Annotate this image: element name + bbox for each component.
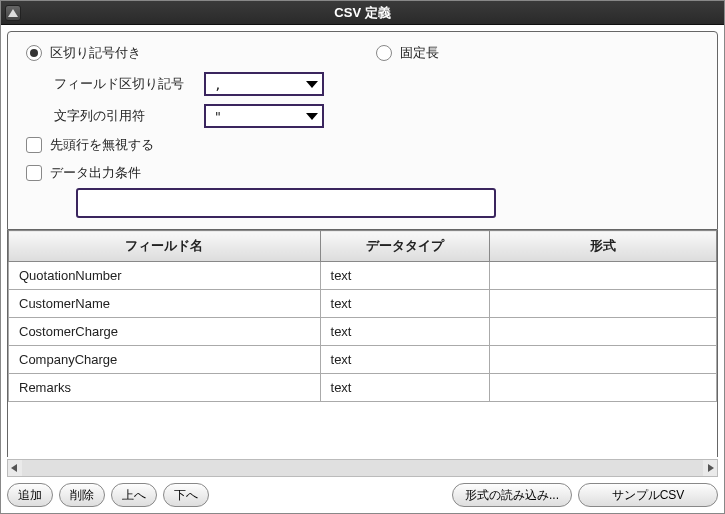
col-datatype[interactable]: データタイプ [320, 231, 490, 262]
scroll-track[interactable] [22, 460, 703, 476]
collapse-button[interactable] [5, 5, 21, 21]
fields-table: フィールド名 データタイプ 形式 QuotationNumbertextCust… [8, 230, 717, 402]
table-row[interactable]: Remarkstext [9, 374, 717, 402]
cell-name[interactable]: CostomerCharge [9, 318, 321, 346]
bottom-toolbar: 追加 削除 上へ 下へ 形式の読み込み... サンプルCSV [7, 483, 718, 507]
load-format-button[interactable]: 形式の読み込み... [452, 483, 572, 507]
cell-format[interactable] [490, 346, 717, 374]
format-options-panel: 区切り記号付き 固定長 フィールド区切り記号 , 文字列の引用符 " [7, 31, 718, 230]
add-button[interactable]: 追加 [7, 483, 53, 507]
ignore-header-label: 先頭行を無視する [50, 136, 154, 154]
radio-fixed-label: 固定長 [400, 44, 439, 62]
output-condition-checkbox[interactable]: データ出力条件 [26, 164, 699, 182]
svg-marker-0 [8, 9, 18, 17]
svg-marker-2 [708, 464, 714, 472]
table-row[interactable]: CostomerChargetext [9, 318, 717, 346]
cell-format[interactable] [490, 374, 717, 402]
cell-type[interactable]: text [320, 346, 490, 374]
svg-marker-1 [11, 464, 17, 472]
radio-icon [376, 45, 392, 61]
field-separator-row: フィールド区切り記号 , [54, 72, 699, 96]
checkbox-icon [26, 165, 42, 181]
sample-csv-button[interactable]: サンプルCSV [578, 483, 718, 507]
cell-type[interactable]: text [320, 290, 490, 318]
quote-char-label: 文字列の引用符 [54, 107, 204, 125]
cell-format[interactable] [490, 318, 717, 346]
table-row[interactable]: CustomerNametext [9, 290, 717, 318]
chevron-down-icon [306, 81, 318, 88]
scroll-right-icon[interactable] [703, 461, 717, 475]
quote-char-value: " [214, 109, 222, 124]
radio-delimited-label: 区切り記号付き [50, 44, 141, 62]
format-mode-group: 区切り記号付き 固定長 [26, 44, 699, 62]
csv-definition-window: CSV 定義 区切り記号付き 固定長 フィールド区切り記号 , 文字列の引用 [0, 0, 725, 514]
output-condition-label: データ出力条件 [50, 164, 141, 182]
field-separator-label: フィールド区切り記号 [54, 75, 204, 93]
table-header-row: フィールド名 データタイプ 形式 [9, 231, 717, 262]
cell-name[interactable]: Remarks [9, 374, 321, 402]
checkbox-icon [26, 137, 42, 153]
fields-table-wrap: フィールド名 データタイプ 形式 QuotationNumbertextCust… [7, 230, 718, 457]
window-title: CSV 定義 [334, 5, 390, 20]
cell-name[interactable]: CustomerName [9, 290, 321, 318]
cell-name[interactable]: QuotationNumber [9, 262, 321, 290]
down-button[interactable]: 下へ [163, 483, 209, 507]
radio-fixed[interactable]: 固定長 [376, 44, 439, 62]
field-separator-select[interactable]: , [204, 72, 324, 96]
cell-format[interactable] [490, 290, 717, 318]
col-format[interactable]: 形式 [490, 231, 717, 262]
cell-format[interactable] [490, 262, 717, 290]
scroll-left-icon[interactable] [8, 461, 22, 475]
ignore-header-checkbox[interactable]: 先頭行を無視する [26, 136, 699, 154]
table-row[interactable]: CompanyChargetext [9, 346, 717, 374]
up-button[interactable]: 上へ [111, 483, 157, 507]
cell-type[interactable]: text [320, 318, 490, 346]
radio-delimited[interactable]: 区切り記号付き [26, 44, 356, 62]
delete-button[interactable]: 削除 [59, 483, 105, 507]
cell-name[interactable]: CompanyCharge [9, 346, 321, 374]
output-condition-textarea[interactable] [76, 188, 496, 218]
quote-char-row: 文字列の引用符 " [54, 104, 699, 128]
cell-type[interactable]: text [320, 374, 490, 402]
titlebar: CSV 定義 [1, 1, 724, 25]
col-fieldname[interactable]: フィールド名 [9, 231, 321, 262]
quote-char-select[interactable]: " [204, 104, 324, 128]
cell-type[interactable]: text [320, 262, 490, 290]
field-separator-value: , [214, 77, 222, 92]
table-row[interactable]: QuotationNumbertext [9, 262, 717, 290]
radio-icon [26, 45, 42, 61]
chevron-down-icon [306, 113, 318, 120]
horizontal-scrollbar[interactable] [7, 459, 718, 477]
